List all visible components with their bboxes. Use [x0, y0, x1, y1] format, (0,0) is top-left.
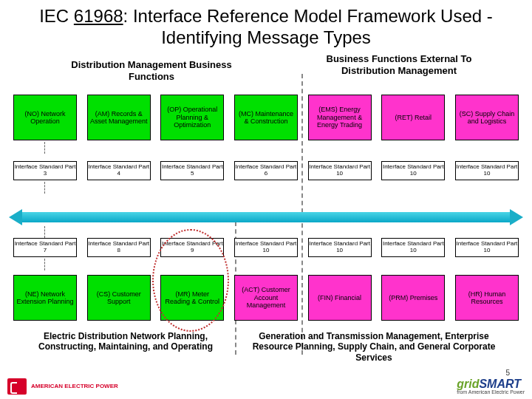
iface-box: Interface Standard Part 4 [87, 161, 151, 180]
iface-box: Interface Standard Part 10 [381, 238, 445, 257]
func-box-ne: (NE) Network Extension Planning [13, 275, 77, 321]
iface-box: Interface Standard Part 10 [234, 238, 298, 257]
arrow-left-icon [9, 209, 22, 225]
func-box-ret: (RET) Retail [381, 95, 445, 140]
title-prefix: IEC [39, 6, 74, 26]
func-box-no: (NO) Network Operation [13, 95, 77, 140]
gridsmart-smart: SMART [479, 378, 521, 390]
title-std-number: 61968 [74, 6, 123, 26]
gridsmart-sub: from American Electric Power [457, 389, 525, 395]
iface-box: Interface Standard Part 10 [381, 161, 445, 180]
func-label: (MC) Maintenance & Construction [236, 110, 296, 126]
func-label: (OP) Operational Planning & Optimization [163, 106, 222, 129]
func-box-am: (AM) Records & Asset Management [87, 95, 151, 140]
iface-box: Interface Standard Part 3 [13, 161, 77, 180]
func-box-mc: (MC) Maintenance & Construction [234, 95, 298, 140]
func-box-ems: (EMS) Energy Management & Energy Trading [308, 95, 372, 140]
iface-box: Interface Standard Part 10 [455, 238, 519, 257]
iface-box: Interface Standard Part 7 [13, 238, 77, 257]
interface-row-bottom: Interface Standard Part 7 Interface Stan… [13, 238, 519, 257]
func-label: (FIN) Financial [318, 294, 361, 301]
func-box-act: (ACT) Customer Account Management [234, 275, 298, 321]
section-heading-bottom-left: Electric Distribution Network Planning, … [30, 331, 222, 352]
iface-box: Interface Standard Part 6 [234, 161, 298, 180]
func-box-sc: (SC) Supply Chain and Logistics [455, 95, 519, 140]
arrow-right-icon [510, 209, 523, 225]
func-label: (EMS) Energy Management & Energy Trading [310, 106, 369, 129]
highlight-ellipse [152, 229, 229, 332]
func-box-prm: (PRM) Premises [381, 275, 445, 321]
bus-arrow [9, 209, 523, 225]
func-box-cs: (CS) Customer Support [87, 275, 151, 321]
func-label: (RET) Retail [395, 114, 432, 121]
arrow-bar [22, 212, 510, 222]
func-label: (NE) Network Extension Planning [16, 290, 75, 306]
iface-box: Interface Standard Part 8 [87, 238, 151, 257]
func-label: (ACT) Customer Account Management [236, 286, 296, 309]
func-box-op: (OP) Operational Planning & Optimization [160, 95, 224, 140]
func-label: (NO) Network Operation [16, 110, 75, 126]
func-label: (HR) Human Resources [457, 290, 516, 306]
aep-logo-icon [7, 378, 27, 395]
func-label: (SC) Supply Chain and Logistics [457, 110, 516, 126]
func-label: (CS) Customer Support [89, 290, 149, 306]
aep-logo-text: AMERICAN ELECTRIC POWER [31, 383, 118, 389]
func-label: (AM) Records & Asset Management [89, 110, 149, 126]
gridsmart-logo-block: gridSMART from American Electric Power [457, 378, 525, 395]
iface-box: Interface Standard Part 10 [308, 238, 372, 257]
page-number: 5 [505, 369, 510, 377]
section-heading-top-right: Business Functions External To Distribut… [310, 53, 488, 76]
aep-logo-block: AMERICAN ELECTRIC POWER [7, 378, 118, 395]
iface-box: Interface Standard Part 10 [308, 161, 372, 180]
iface-box: Interface Standard Part 10 [455, 161, 519, 180]
slide-title: IEC 61968: Interface Reference Model Fra… [0, 0, 532, 50]
interface-row-top: Interface Standard Part 3 Interface Stan… [13, 161, 519, 180]
func-box-hr: (HR) Human Resources [455, 275, 519, 321]
gridsmart-grid: grid [457, 378, 479, 390]
slide: IEC 61968: Interface Reference Model Fra… [0, 0, 532, 399]
top-function-row: (NO) Network Operation (AM) Records & As… [13, 95, 519, 140]
section-heading-top-left: Distribution Management Business Functio… [66, 59, 236, 82]
bottom-function-row: (NE) Network Extension Planning (CS) Cus… [13, 275, 519, 321]
iface-box: Interface Standard Part 5 [160, 161, 224, 180]
footer: AMERICAN ELECTRIC POWER gridSMART from A… [7, 378, 525, 395]
func-box-fin: (FIN) Financial [308, 275, 372, 321]
section-heading-bottom-right: Generation and Transmission Management, … [241, 331, 507, 363]
func-label: (PRM) Premises [389, 294, 437, 301]
title-rest: : Interface Reference Model Framework Us… [123, 6, 493, 47]
